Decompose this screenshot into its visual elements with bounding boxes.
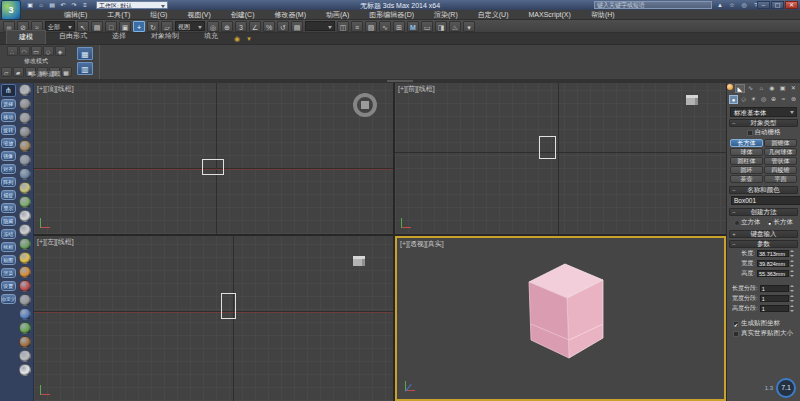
dock-script-icon[interactable]: [19, 252, 31, 264]
pink-box-object[interactable]: [515, 252, 615, 364]
dock-tool-button[interactable]: 捕捉: [1, 190, 16, 200]
menu-item[interactable]: 自定义(U): [468, 10, 519, 20]
viewport-label[interactable]: [+][透视][真实]: [400, 239, 444, 249]
dock-script-icon[interactable]: [19, 224, 31, 236]
dock-tool-button[interactable]: 移动: [1, 112, 16, 122]
ribbon-tool-icon[interactable]: ◠: [19, 46, 30, 56]
parameter-value-field[interactable]: 1: [760, 285, 790, 292]
dock-script-icon[interactable]: [19, 196, 31, 208]
window-control-button[interactable]: ✕: [785, 1, 798, 9]
create-category-icon[interactable]: ☀: [749, 95, 758, 104]
primitive-button[interactable]: 球体: [730, 148, 763, 156]
parameter-value-field[interactable]: 38.713mm: [757, 250, 789, 257]
parameter-value-field[interactable]: 1: [760, 305, 790, 312]
rollout-object-type[interactable]: − 对象类型: [729, 119, 798, 127]
dock-tool-button[interactable]: 选择: [1, 99, 16, 109]
dock-script-icon[interactable]: [19, 210, 31, 222]
quick-access-icon[interactable]: ▤: [48, 1, 56, 9]
app-logo-icon[interactable]: 3: [1, 0, 21, 20]
dock-script-icon[interactable]: [19, 280, 31, 292]
create-category-icon[interactable]: ◇: [739, 95, 748, 104]
toolbar-button[interactable]: ▭: [421, 21, 433, 32]
dock-script-icon[interactable]: [19, 322, 31, 334]
viewport-front[interactable]: [+][前][线框]: [395, 83, 726, 234]
object-name-field[interactable]: [731, 196, 800, 205]
ribbon-extra-icon[interactable]: ◉: [231, 35, 243, 44]
spinner[interactable]: [790, 295, 795, 302]
quick-access-icon[interactable]: ↶: [59, 1, 67, 9]
toolbar-button[interactable]: ▧: [365, 21, 377, 32]
viewport-perspective-active[interactable]: [+][透视][真实]: [395, 236, 726, 401]
toolbar-button[interactable]: M: [407, 21, 419, 32]
dock-script-icon[interactable]: [19, 84, 31, 96]
toolbar-button[interactable]: 3: [235, 21, 247, 32]
radio-option[interactable]: ● 长方体: [767, 218, 794, 227]
ribbon-tab[interactable]: 填充: [192, 30, 230, 44]
search-input[interactable]: [595, 2, 711, 8]
command-panel-tab-icon[interactable]: ✕: [788, 84, 798, 93]
command-panel-tab-icon[interactable]: ◉: [767, 84, 777, 93]
dock-tool-button[interactable]: 对齐: [1, 164, 16, 174]
primitive-button[interactable]: 圆锥体: [764, 139, 797, 147]
menu-item[interactable]: 动画(A): [316, 10, 359, 20]
window-control-button[interactable]: ▢: [771, 1, 784, 9]
dock-logo-icon[interactable]: ⋔: [1, 84, 16, 97]
toolbar-button[interactable]: ♨: [449, 21, 461, 32]
toolbar-button[interactable]: ∿: [379, 21, 391, 32]
dock-script-icon[interactable]: [19, 112, 31, 124]
toolbar-button[interactable]: ◨: [435, 21, 447, 32]
parameter-value-field[interactable]: 39.824mm: [757, 260, 789, 267]
toolbar-button[interactable]: ◫: [337, 21, 349, 32]
menu-item[interactable]: 渲染(R): [424, 10, 468, 20]
dock-tool-button[interactable]: 显示: [1, 203, 16, 213]
dock-script-icon[interactable]: [19, 308, 31, 320]
create-category-icon[interactable]: ●: [729, 95, 738, 104]
viewport-top[interactable]: [+][顶][线框]: [34, 83, 393, 234]
command-panel-tab-icon[interactable]: ◣: [735, 84, 745, 93]
viewport-left[interactable]: [+][左][线框]: [34, 236, 393, 401]
command-panel-tab-icon[interactable]: ⌂: [756, 84, 766, 93]
viewport-label[interactable]: [+][前][线框]: [398, 84, 435, 94]
ribbon-tool-icon[interactable]: ◇: [43, 46, 54, 56]
dock-tool-button[interactable]: 隐藏: [1, 216, 16, 226]
rollout-creation-method[interactable]: − 创建方法: [729, 208, 798, 216]
dock-script-icon[interactable]: [19, 238, 31, 250]
dock-script-icon[interactable]: [19, 98, 31, 110]
ribbon-tab[interactable]: 选择: [100, 30, 138, 44]
checkbox-row[interactable]: 真实世界贴图大小: [727, 329, 800, 338]
spinner[interactable]: [790, 260, 795, 267]
primitive-button[interactable]: 茶壶: [730, 175, 763, 183]
primitive-type-dropdown[interactable]: 标准基本体: [730, 107, 797, 117]
ribbon-tab[interactable]: 自由形式: [47, 30, 99, 44]
menu-item[interactable]: 修改器(M): [264, 10, 316, 20]
box-wireframe[interactable]: [221, 293, 236, 319]
menu-item[interactable]: 工具(T): [97, 10, 140, 20]
menu-item[interactable]: 视图(V): [177, 10, 220, 20]
viewcube[interactable]: [353, 256, 365, 266]
dock-tool-button[interactable]: 线框: [1, 242, 16, 252]
ribbon-tool-icon[interactable]: ▭: [31, 46, 42, 56]
spinner[interactable]: [790, 250, 795, 257]
menu-item[interactable]: 图形编辑器(D): [359, 10, 424, 20]
dock-script-icon[interactable]: [19, 126, 31, 138]
menu-item[interactable]: 组(G): [140, 10, 177, 20]
dock-tool-button[interactable]: 冻结: [1, 229, 16, 239]
viewcube[interactable]: [353, 93, 377, 117]
ribbon-tab[interactable]: 对象绘制: [139, 30, 191, 44]
box-wireframe[interactable]: [202, 159, 224, 175]
primitive-button[interactable]: 平面: [764, 175, 797, 183]
menu-item[interactable]: MAXScript(X): [518, 11, 580, 18]
viewcube[interactable]: [686, 95, 698, 105]
auto-grid-checkbox[interactable]: 自动栅格: [727, 128, 800, 137]
menu-item[interactable]: 创建(C): [221, 10, 265, 20]
command-panel-tab-icon[interactable]: ▣: [778, 84, 788, 93]
dock-script-icon[interactable]: [19, 336, 31, 348]
dock-script-icon[interactable]: [19, 168, 31, 180]
rollout-parameters[interactable]: − 参数: [729, 240, 798, 248]
panel-footer-label[interactable]: 多边形建模 ▼: [0, 70, 99, 79]
ribbon-tool-icon[interactable]: ◈: [55, 46, 66, 56]
box-wireframe[interactable]: [539, 136, 556, 159]
command-panel-tab-icon[interactable]: ∿: [746, 84, 756, 93]
quick-access-icon[interactable]: ↷: [70, 1, 78, 9]
dock-tool-button[interactable]: 渲染: [1, 268, 16, 278]
